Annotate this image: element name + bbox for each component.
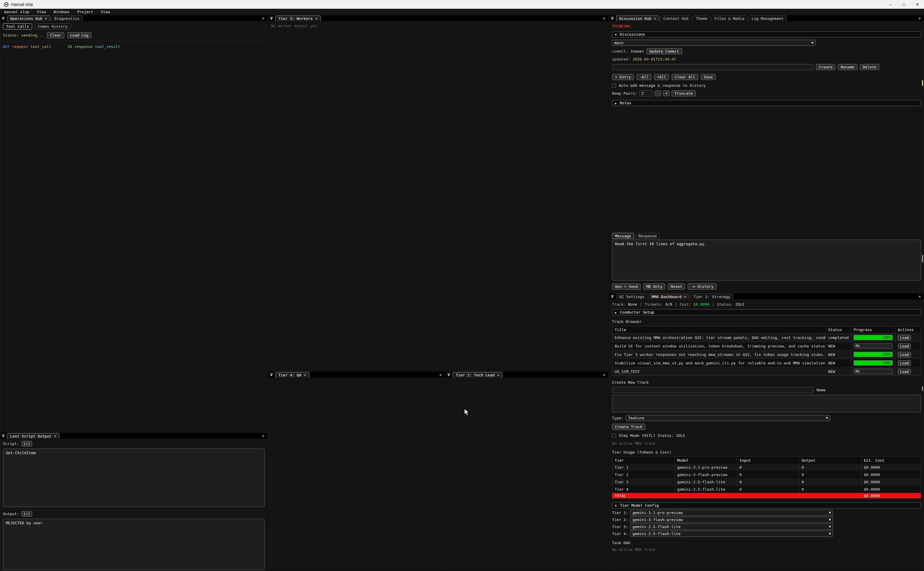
entry-button[interactable]: Save — [701, 74, 716, 80]
minimize-button[interactable]: – — [884, 0, 897, 9]
keep-pairs-input[interactable]: 2 — [639, 90, 653, 96]
tab-tier1-strategy[interactable]: Tier 1: Strategy — [690, 294, 733, 299]
clear-button[interactable]: Clear — [47, 32, 64, 38]
dock-menu-icon[interactable] — [610, 294, 615, 299]
tab-tier2-tech-lead[interactable]: Tier 2: Tech Lead — [453, 372, 502, 378]
message-action-button[interactable]: MD Only — [643, 284, 665, 290]
entry-button[interactable]: -All — [636, 74, 651, 80]
tab-operations-hub[interactable]: Operations Hub — [7, 15, 50, 21]
track-name-input[interactable] — [612, 387, 813, 393]
tab-context-hub[interactable]: Context Hub — [660, 15, 692, 21]
discussions-section-header[interactable]: Discussions — [612, 31, 921, 37]
tier-model-config-header[interactable]: Tier Model Config — [612, 502, 921, 508]
message-textarea[interactable]: Read the first 10 lines of aggregate.py. — [612, 240, 921, 281]
dock-menu-icon[interactable] — [1, 434, 6, 438]
message-action-button[interactable]: Gen + Send — [612, 284, 641, 290]
menu-item[interactable]: View — [37, 10, 46, 14]
tab-log-management[interactable]: Log Management — [748, 15, 787, 21]
menu-item[interactable]: manual slop — [4, 10, 29, 14]
close-icon[interactable] — [684, 295, 686, 299]
track-table-row[interactable]: Build UI for context window utilization,… — [612, 342, 921, 350]
close-icon[interactable] — [315, 16, 317, 20]
discussion-branch-select[interactable]: main — [612, 40, 816, 46]
track-description-textarea[interactable] — [612, 395, 921, 412]
panel-close-icon[interactable] — [916, 294, 924, 299]
scrollbar-thumb[interactable] — [922, 80, 923, 86]
load-track-button[interactable]: Load — [898, 352, 911, 357]
dock-menu-icon[interactable] — [1, 16, 6, 21]
track-table-row[interactable]: UX_SIM_TEST NEW 0% Load — [612, 367, 921, 375]
panel-close-icon[interactable] — [259, 16, 267, 20]
scrollbar-thumb[interactable] — [922, 255, 923, 262]
tab-theme[interactable]: Theme — [693, 15, 710, 21]
scrollbar-thumb[interactable] — [922, 386, 923, 391]
track-table-row[interactable]: Stabilize visual_sim_mma_v2.py and mock_… — [612, 358, 921, 367]
entry-button[interactable]: Clear All — [671, 74, 698, 80]
track-table-row[interactable]: Enhance existing MMA orchestration GUI: … — [612, 333, 921, 342]
load-log-button[interactable]: Load Log — [67, 32, 91, 38]
output-textarea[interactable]: REJECTED by user — [3, 519, 265, 570]
panel-close-icon[interactable] — [600, 373, 608, 377]
close-icon[interactable] — [54, 434, 56, 438]
discussion-name-input[interactable] — [612, 64, 813, 70]
entry-button[interactable]: + Entry — [612, 74, 634, 80]
track-table-row[interactable]: Fix Tier 3 worker responses not reaching… — [612, 350, 921, 358]
tab-message[interactable]: Message — [612, 233, 634, 239]
close-icon[interactable] — [45, 16, 47, 20]
create-track-button[interactable]: Create Track — [612, 424, 645, 430]
entry-button[interactable]: +All — [654, 74, 669, 80]
load-track-button[interactable]: Load — [898, 343, 911, 349]
keep-pairs-plus-button[interactable]: + — [663, 91, 670, 96]
tab-tier4-qa[interactable]: Tier 4: QA — [275, 372, 310, 378]
create-button[interactable]: Create — [816, 64, 835, 70]
panel-close-icon[interactable] — [436, 373, 445, 377]
delete-button[interactable]: Delete — [860, 64, 879, 70]
tab-files-media[interactable]: Files & Media — [711, 15, 748, 21]
panel-close-icon[interactable] — [259, 434, 267, 438]
tab-last-script-output[interactable]: Last Script Output — [7, 433, 59, 438]
tab-diagnostics[interactable]: Diagnostics — [51, 15, 83, 21]
auto-add-checkbox[interactable] — [612, 83, 616, 88]
close-button[interactable]: ✕ — [910, 0, 924, 9]
maximize-button[interactable]: □ — [897, 0, 910, 9]
subtab-tool-calls[interactable]: Tool Calls — [3, 23, 32, 29]
close-icon[interactable] — [304, 373, 306, 377]
tab-discussion-hub[interactable]: Discussion Hub — [616, 15, 659, 21]
tab-response[interactable]: Response — [636, 233, 660, 239]
script-expand-button[interactable]: [+] — [21, 441, 32, 446]
subtab-comms-history[interactable]: Comms History — [34, 23, 71, 29]
step-mode-checkbox[interactable] — [612, 434, 616, 438]
keep-pairs-minus-button[interactable]: - — [654, 91, 661, 96]
output-expand-button[interactable]: [+] — [21, 511, 32, 517]
tier-model-select[interactable]: gemini-3-flash-preview — [630, 517, 833, 523]
roles-section-header[interactable]: Roles — [612, 100, 921, 106]
tier-model-select[interactable]: gemini-2.5-flash-lite — [630, 524, 833, 530]
menu-item[interactable]: Windows — [54, 10, 69, 14]
menu-item[interactable]: Project — [77, 10, 93, 14]
close-icon[interactable] — [654, 16, 656, 20]
update-commit-button[interactable]: Update Commit — [647, 48, 682, 54]
panel-close-icon[interactable] — [600, 16, 608, 20]
tab-ai-settings[interactable]: AI Settings — [616, 294, 648, 299]
load-track-button[interactable]: Load — [898, 369, 911, 374]
tier-model-select[interactable]: gemini-2.5-flash-lite — [630, 531, 833, 537]
dock-menu-icon[interactable] — [447, 372, 452, 378]
tier-model-select[interactable]: gemini-3.1-pro-preview — [630, 510, 833, 516]
tab-tier3-workers[interactable]: Tier 3: Workers — [275, 15, 321, 21]
dock-menu-icon[interactable] — [269, 372, 274, 378]
conductor-setup-header[interactable]: Conductor Setup — [612, 309, 921, 315]
rename-button[interactable]: Rename — [838, 64, 858, 70]
script-textarea[interactable]: Get-ChildItem — [3, 449, 265, 507]
message-action-button[interactable]: -> History — [688, 284, 716, 290]
close-icon[interactable] — [497, 373, 499, 377]
dock-menu-icon[interactable] — [610, 16, 615, 21]
track-type-select[interactable]: feature — [626, 415, 830, 421]
truncate-button[interactable]: Truncate — [671, 90, 696, 96]
menu-item[interactable]: View — [101, 10, 110, 14]
dock-menu-icon[interactable] — [269, 16, 274, 21]
tab-mma-dashboard[interactable]: MMA Dashboard — [648, 294, 690, 299]
load-track-button[interactable]: Load — [898, 335, 911, 340]
load-track-button[interactable]: Load — [898, 360, 911, 366]
panel-close-icon[interactable] — [916, 16, 924, 20]
message-action-button[interactable]: Reset — [668, 284, 685, 290]
